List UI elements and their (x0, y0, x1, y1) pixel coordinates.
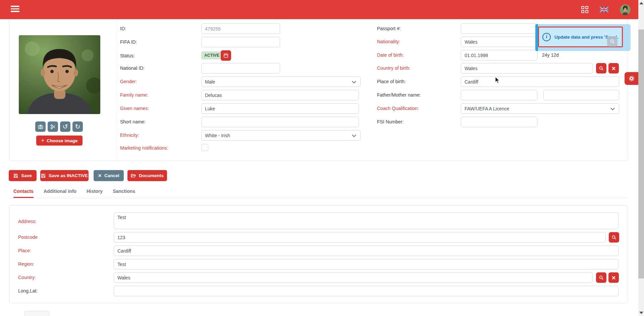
detail-tabs: Contacts Additional info History Sanctio… (13, 189, 135, 198)
address-textarea[interactable]: Test (114, 212, 619, 229)
tab-history[interactable]: History (87, 189, 103, 198)
folder-open-icon (131, 173, 136, 178)
mother-name-input[interactable] (543, 90, 619, 100)
photo-rotate-left-button[interactable]: ↺ (60, 121, 70, 132)
national-id-label: National ID: (120, 65, 145, 71)
scrollbar-thumb[interactable] (638, 30, 644, 278)
marketing-notifications-label: Marketing notifications: (120, 145, 168, 151)
ethnicity-label: Ethnicity: (120, 133, 139, 138)
photo-rotate-right-button[interactable]: ↻ (72, 121, 83, 132)
coach-qualification-select[interactable]: FAW/UEFA A Licence (461, 103, 619, 114)
date-of-birth-label: Date of birth: (377, 52, 404, 58)
plus-icon: + (41, 137, 44, 144)
tab-additional-info[interactable]: Additional info (44, 189, 76, 198)
cutoff-element (24, 311, 49, 316)
search-icon (599, 275, 604, 280)
info-icon: i (542, 33, 551, 41)
place-of-birth-label: Place of birth: (377, 79, 406, 84)
longlat-label: Long,Lat: (18, 288, 38, 294)
calendar-icon (223, 53, 228, 58)
chevron-down-icon (352, 133, 356, 137)
given-names-input[interactable] (201, 103, 359, 114)
cancel-label: Cancel (104, 173, 119, 178)
father-name-input[interactable] (461, 90, 537, 100)
search-icon (599, 66, 604, 71)
place-label: Place: (18, 248, 31, 253)
cancel-button[interactable]: × Cancel (94, 170, 124, 181)
app-screen: ↺ ↻ + Choose image ID: FIFA ID: Status: … (0, 0, 644, 316)
country-of-birth-clear-button[interactable]: × (608, 63, 619, 73)
country-of-birth-input[interactable] (461, 63, 593, 73)
scrollbar-up-arrow[interactable] (639, 2, 643, 4)
camera-icon (38, 124, 43, 129)
tab-sanctions[interactable]: Sanctions (113, 189, 135, 198)
nationality-input[interactable] (461, 37, 537, 47)
gear-icon (628, 75, 635, 82)
tabs-divider (9, 198, 628, 198)
address-label: Address: (18, 219, 37, 224)
rotate-left-icon: ↺ (63, 123, 68, 130)
short-name-input[interactable] (201, 117, 359, 127)
region-input[interactable] (114, 259, 619, 269)
photo-form-divider (117, 16, 117, 160)
passport-input[interactable] (461, 23, 537, 34)
nationality-search-button[interactable] (607, 36, 618, 47)
user-avatar[interactable] (620, 4, 631, 15)
profile-photo (19, 35, 100, 114)
country-label: Country: (18, 275, 36, 280)
fifa-id-input[interactable] (201, 37, 280, 47)
postcode-search-button[interactable] (609, 232, 619, 243)
place-input[interactable] (114, 246, 619, 256)
chevron-down-icon (610, 106, 615, 110)
place-of-birth-input[interactable] (461, 76, 619, 87)
fsi-number-input[interactable] (461, 117, 537, 127)
fsi-number-label: FSI Number: (377, 119, 404, 124)
menu-icon[interactable] (11, 6, 20, 13)
save-hint-tooltip: i Update data and press 'Save'. (535, 24, 631, 51)
save-as-inactive-label: Save as INACTIVE (49, 173, 88, 178)
family-name-input[interactable] (201, 90, 359, 100)
coach-qualification-label: Coach Qualification: (377, 106, 419, 111)
country-of-birth-label: Country of birth: (377, 65, 411, 71)
top-navbar (0, 0, 644, 19)
choose-image-label: Choose image (47, 138, 77, 143)
status-history-button[interactable] (221, 50, 231, 61)
documents-label: Documents (139, 173, 164, 178)
save-button[interactable]: Save (9, 170, 37, 181)
country-clear-button[interactable]: × (608, 272, 619, 283)
country-search-button[interactable] (596, 272, 606, 283)
country-of-birth-search-button[interactable] (596, 63, 606, 73)
gender-select[interactable]: Male (201, 76, 361, 87)
postcode-label: Postcode (18, 234, 38, 240)
given-names-label: Given names: (120, 106, 149, 111)
save-as-inactive-button[interactable]: Save as INACTIVE (40, 170, 89, 181)
national-id-input[interactable] (201, 63, 280, 73)
topbar-actions (581, 0, 631, 19)
father-mother-name-label: Father/Mother name: (377, 92, 421, 98)
gender-value: Male (205, 79, 215, 85)
choose-image-button[interactable]: + Choose image (36, 136, 83, 146)
passport-label: Passport #: (377, 26, 401, 31)
tooltip-accent-bar (535, 24, 538, 51)
clear-x-icon: × (612, 65, 616, 72)
language-uk-flag-icon[interactable] (600, 7, 608, 12)
age-text: 24y 12d (542, 52, 559, 58)
tab-contacts[interactable]: Contacts (13, 189, 34, 198)
photo-crop-button[interactable] (48, 121, 58, 132)
documents-button[interactable]: Documents (127, 170, 167, 181)
marketing-notifications-checkbox[interactable] (201, 144, 208, 151)
country-input[interactable] (114, 272, 593, 283)
settings-gear-button[interactable] (625, 72, 638, 85)
scissors-icon (50, 124, 56, 129)
apps-grid-icon[interactable] (581, 6, 588, 13)
postcode-input[interactable] (114, 232, 606, 243)
id-input[interactable] (201, 23, 280, 34)
longlat-input[interactable] (114, 286, 619, 296)
scrollbar-down-arrow[interactable] (639, 312, 643, 314)
ethnicity-select[interactable]: White - Irish (201, 130, 361, 141)
photo-camera-button[interactable] (35, 121, 46, 132)
status-label: Status: (120, 53, 135, 58)
chevron-down-icon (352, 79, 356, 84)
scrollbar-track[interactable] (638, 0, 644, 316)
date-of-birth-input[interactable] (461, 50, 537, 60)
